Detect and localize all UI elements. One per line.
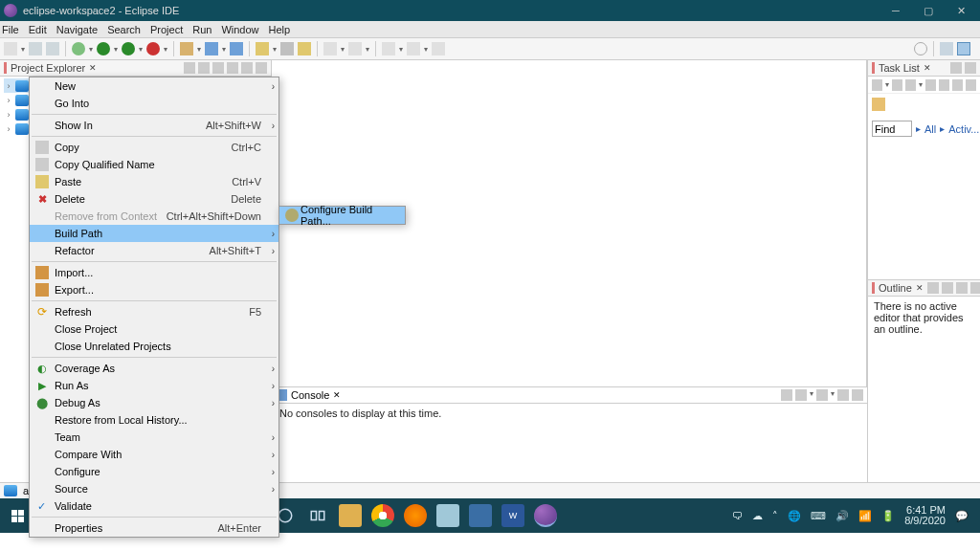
menu-project[interactable]: Project (150, 24, 183, 35)
minimize-console-icon[interactable] (837, 389, 849, 401)
maximize-pane-icon[interactable] (256, 62, 267, 74)
display-console-icon[interactable] (795, 389, 807, 401)
tray-wifi-icon[interactable]: 📶 (858, 510, 872, 522)
ctx-run-as[interactable]: ▶Run As› (30, 377, 278, 394)
ctx-compare-with[interactable]: Compare With› (30, 446, 278, 463)
search-icon[interactable] (256, 42, 269, 55)
ctx-export-[interactable]: Export... (30, 281, 278, 298)
outline-icon1[interactable] (927, 282, 939, 294)
ctx-close-project[interactable]: Close Project (30, 320, 278, 338)
ctx-team[interactable]: Team› (30, 429, 278, 446)
menu-navigate[interactable]: Navigate (56, 24, 98, 35)
outline-menu-icon[interactable] (942, 282, 953, 294)
task-find-input[interactable] (872, 121, 912, 137)
tray-meet-now-icon[interactable]: 🗨 (732, 510, 743, 521)
ctx-paste[interactable]: PasteCtrl+V (30, 173, 278, 190)
eclipse-task-icon[interactable] (534, 504, 557, 527)
menu-file[interactable]: File (2, 24, 19, 35)
menu-search[interactable]: Search (107, 24, 141, 35)
ext-tools-icon[interactable] (146, 42, 160, 55)
ctx-refresh[interactable]: ⟳RefreshF5 (30, 303, 278, 320)
system-clock[interactable]: 6:41 PM 8/9/2020 (904, 505, 946, 526)
menu-run[interactable]: Run (192, 24, 212, 35)
perspective-open-icon[interactable] (940, 42, 953, 55)
mark-occurrences-icon[interactable] (298, 42, 311, 55)
ctx-source[interactable]: Source› (30, 480, 278, 497)
ctx-validate[interactable]: ✓Validate (30, 497, 278, 515)
task-filter-activate[interactable]: Activ... (948, 123, 979, 135)
word-icon[interactable]: W (501, 504, 524, 527)
view-menu-icon[interactable] (227, 62, 238, 74)
ctx-delete[interactable]: ✖DeleteDelete (30, 190, 278, 208)
ctx-new[interactable]: New› (30, 77, 278, 95)
task-sync-icon[interactable] (939, 79, 949, 91)
filters-icon[interactable] (212, 62, 224, 74)
task-focus-icon[interactable] (925, 79, 936, 91)
ctx-close-unrelated-projects[interactable]: Close Unrelated Projects (30, 338, 278, 355)
pin-icon[interactable] (432, 42, 445, 55)
java-perspective-icon[interactable] (957, 42, 970, 55)
menu-window[interactable]: Window (221, 24, 258, 35)
ctx-debug-as[interactable]: ⬤Debug As› (30, 394, 278, 411)
save-all-icon[interactable] (46, 42, 59, 55)
next-annotation-icon[interactable] (348, 42, 362, 55)
coverage-icon[interactable] (122, 42, 135, 55)
notifications-icon[interactable]: 💬 (955, 510, 969, 522)
tray-up-icon[interactable]: ˄ (772, 510, 778, 522)
task-menu-icon[interactable] (966, 79, 976, 91)
new-package-icon[interactable] (180, 42, 193, 55)
tray-volume-icon[interactable]: 🔊 (835, 510, 849, 522)
firefox-icon[interactable] (404, 504, 427, 527)
new-class-icon[interactable] (205, 42, 218, 55)
new-icon[interactable] (4, 42, 17, 55)
ctx-go-into[interactable]: Go Into (30, 95, 278, 112)
ctx-configure[interactable]: Configure› (30, 463, 278, 480)
minimize-button[interactable]: ─ (888, 3, 903, 18)
menu-edit[interactable]: Edit (29, 24, 47, 35)
task-schedule-icon[interactable] (905, 79, 916, 91)
context-menu[interactable]: New›Go IntoShow InAlt+Shift+W›CopyCtrl+C… (29, 77, 279, 538)
quick-access-icon[interactable] (914, 42, 927, 55)
pin-console-icon[interactable] (781, 389, 792, 401)
build-path-submenu[interactable]: Configure Build Path... (278, 206, 406, 225)
minimize-pane-icon[interactable] (241, 62, 253, 74)
toggle-breadcrumb-icon[interactable] (280, 42, 294, 55)
run-icon[interactable] (97, 42, 110, 55)
tray-onedrive-icon[interactable]: ☁ (752, 510, 763, 522)
ctx-properties[interactable]: PropertiesAlt+Enter (30, 519, 278, 537)
ctx-refactor[interactable]: RefactorAlt+Shift+T› (30, 242, 278, 259)
menu-help[interactable]: Help (269, 24, 291, 35)
minimize-pane-icon[interactable] (950, 62, 962, 74)
ctx-copy-qualified-name[interactable]: Copy Qualified Name (30, 156, 278, 173)
forward-icon[interactable] (407, 42, 420, 55)
task-view-icon[interactable] (306, 504, 329, 527)
debug-icon[interactable] (72, 42, 85, 55)
console-tab[interactable]: Console (291, 389, 329, 401)
link-editor-icon[interactable] (198, 62, 210, 74)
uncategorized-icon[interactable] (872, 98, 885, 111)
task-categorize-icon[interactable] (892, 79, 902, 91)
maximize-pane-icon[interactable] (970, 282, 980, 294)
start-button[interactable] (4, 502, 31, 529)
maximize-button[interactable]: ▢ (921, 3, 936, 18)
ctx-build-path[interactable]: Build Path› (30, 225, 278, 242)
tray-lang-icon[interactable]: ⌨ (811, 510, 826, 522)
configure-build-path[interactable]: Configure Build Path... (279, 207, 405, 224)
task-filter-all[interactable]: All (924, 123, 936, 135)
tray-battery-icon[interactable]: 🔋 (881, 510, 895, 522)
app-icon[interactable] (469, 504, 492, 527)
ctx-import-[interactable]: Import... (30, 264, 278, 281)
paint-icon[interactable] (436, 504, 459, 527)
close-button[interactable]: ✕ (953, 3, 969, 18)
ctx-coverage-as[interactable]: ◐Coverage As› (30, 360, 278, 377)
ctx-copy[interactable]: CopyCtrl+C (30, 139, 278, 156)
ctx-remove-from-context[interactable]: Remove from ContextCtrl+Alt+Shift+Down (30, 208, 278, 225)
chrome-icon[interactable] (371, 504, 394, 527)
maximize-console-icon[interactable] (852, 389, 863, 401)
minimize-pane-icon[interactable] (956, 282, 968, 294)
open-type-icon[interactable] (230, 42, 243, 55)
ctx-show-in[interactable]: Show InAlt+Shift+W› (30, 117, 278, 134)
prev-annotation-icon[interactable] (323, 42, 337, 55)
ctx-restore-from-local-history-[interactable]: Restore from Local History... (30, 411, 278, 429)
maximize-pane-icon[interactable] (965, 62, 976, 74)
